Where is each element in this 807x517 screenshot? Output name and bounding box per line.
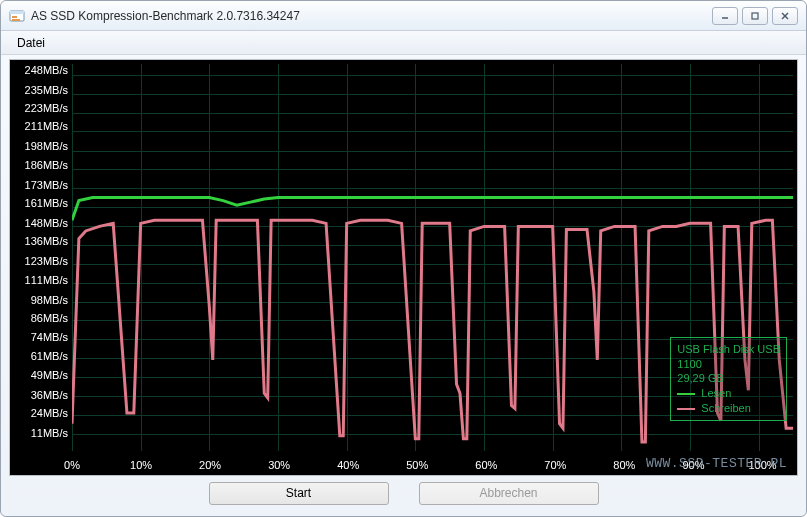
x-tick-label: 60%	[475, 459, 497, 471]
menu-file[interactable]: Datei	[9, 33, 53, 53]
x-tick-label: 70%	[544, 459, 566, 471]
button-row: Start Abbrechen	[9, 476, 798, 512]
start-button[interactable]: Start	[209, 482, 389, 505]
cancel-button[interactable]: Abbrechen	[419, 482, 599, 505]
menubar: Datei	[1, 31, 806, 55]
legend-capacity: 29,29 GB	[677, 371, 780, 386]
svg-rect-2	[12, 16, 17, 18]
series-lesen	[72, 198, 793, 221]
app-window: AS SSD Kompression-Benchmark 2.0.7316.34…	[0, 0, 807, 517]
y-tick-label: 74MB/s	[31, 331, 68, 343]
x-tick-label: 80%	[613, 459, 635, 471]
window-title: AS SSD Kompression-Benchmark 2.0.7316.34…	[31, 9, 712, 23]
svg-rect-5	[752, 13, 758, 19]
window-controls	[712, 7, 798, 25]
legend-write-swatch	[677, 408, 695, 410]
svg-rect-3	[12, 19, 20, 21]
maximize-button[interactable]	[742, 7, 768, 25]
y-tick-label: 235MB/s	[25, 84, 68, 96]
y-tick-label: 49MB/s	[31, 369, 68, 381]
x-tick-label: 100%	[748, 459, 776, 471]
x-tick-label: 20%	[199, 459, 221, 471]
y-tick-label: 111MB/s	[25, 274, 68, 286]
titlebar: AS SSD Kompression-Benchmark 2.0.7316.34…	[1, 1, 806, 31]
y-tick-label: 123MB/s	[25, 256, 68, 268]
legend-device-line1: USB Flash Disk USB	[677, 342, 780, 357]
y-tick-label: 24MB/s	[31, 408, 68, 420]
legend-device-line2: 1100	[677, 357, 780, 372]
y-tick-label: 136MB/s	[25, 236, 68, 248]
content-area: 11MB/s24MB/s36MB/s49MB/s61MB/s74MB/s86MB…	[1, 55, 806, 516]
compression-chart: 11MB/s24MB/s36MB/s49MB/s61MB/s74MB/s86MB…	[9, 59, 798, 476]
y-tick-label: 186MB/s	[25, 159, 68, 171]
legend-read-swatch	[677, 393, 695, 395]
x-tick-label: 50%	[406, 459, 428, 471]
y-tick-label: 61MB/s	[31, 351, 68, 363]
plot-area: USB Flash Disk USB 1100 29,29 GB Lesen S…	[72, 64, 793, 451]
legend-write-label: Schreiben	[701, 401, 751, 416]
x-tick-label: 0%	[64, 459, 80, 471]
y-tick-label: 36MB/s	[31, 389, 68, 401]
svg-rect-1	[10, 11, 24, 14]
y-tick-label: 223MB/s	[25, 102, 68, 114]
app-icon	[9, 8, 25, 24]
y-axis: 11MB/s24MB/s36MB/s49MB/s61MB/s74MB/s86MB…	[10, 60, 72, 451]
x-tick-label: 40%	[337, 459, 359, 471]
y-tick-label: 161MB/s	[25, 198, 68, 210]
legend-write-row: Schreiben	[677, 401, 780, 416]
y-tick-label: 11MB/s	[31, 428, 68, 440]
y-tick-label: 211MB/s	[25, 121, 68, 133]
y-tick-label: 198MB/s	[25, 141, 68, 153]
x-tick-label: 10%	[130, 459, 152, 471]
legend-read-row: Lesen	[677, 386, 780, 401]
minimize-button[interactable]	[712, 7, 738, 25]
y-tick-label: 248MB/s	[25, 64, 68, 76]
y-tick-label: 148MB/s	[25, 217, 68, 229]
x-axis: 0%10%20%30%40%50%60%70%80%90%100%	[72, 451, 797, 475]
y-tick-label: 98MB/s	[31, 294, 68, 306]
close-button[interactable]	[772, 7, 798, 25]
x-tick-label: 30%	[268, 459, 290, 471]
legend: USB Flash Disk USB 1100 29,29 GB Lesen S…	[670, 337, 787, 421]
y-tick-label: 173MB/s	[25, 179, 68, 191]
y-tick-label: 86MB/s	[31, 313, 68, 325]
legend-read-label: Lesen	[701, 386, 731, 401]
x-tick-label: 90%	[682, 459, 704, 471]
